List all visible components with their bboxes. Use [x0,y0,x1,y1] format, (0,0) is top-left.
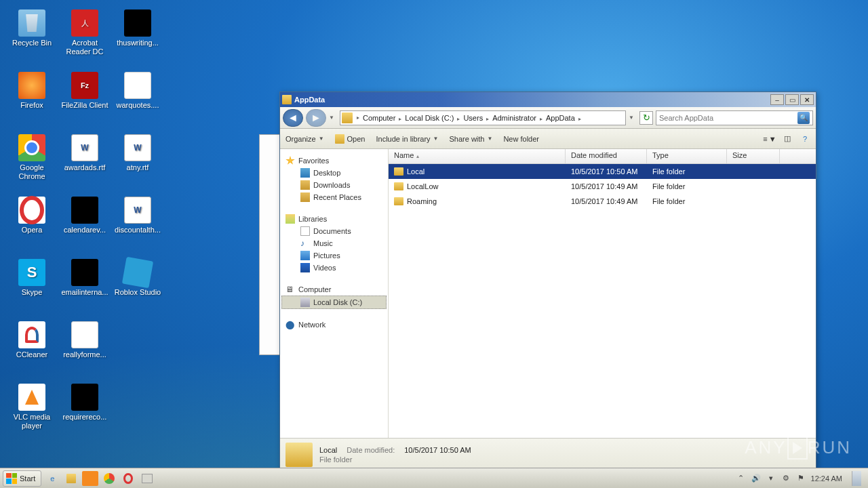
recent-icon [300,192,310,202]
minimize-button[interactable]: – [770,94,784,105]
folder-icon [394,167,403,176]
nav-desktop[interactable]: Desktop [281,167,387,179]
desktop-icon[interactable]: warquotes.... [111,68,164,130]
desktop-icon-label: Google Chrome [5,163,58,181]
breadcrumb-segment[interactable]: Users [461,114,485,122]
column-headers: Name▴ Date modified Type Size [389,149,816,164]
search-icon[interactable]: 🔍 [797,112,810,124]
network-group[interactable]: ⬤Network [281,319,387,331]
desktop-icon[interactable]: calendarev... [58,192,111,255]
computer-icon: 🖥 [285,285,295,294]
desktop-icon[interactable]: FzFileZilla Client [58,68,111,130]
desktop-icon[interactable]: emailinterna... [58,255,111,317]
taskbar-app[interactable] [139,471,155,486]
file-type: File folder [647,167,727,176]
nav-local-disk[interactable]: Local Disk (C:) [281,296,387,309]
show-desktop-button[interactable] [852,471,861,486]
desktop-icon-label: CCleaner [15,350,49,359]
desktop-icon[interactable]: 人Acrobat Reader DC [58,5,111,68]
libraries-group[interactable]: Libraries [281,213,387,225]
desktop-icon-label: warquotes.... [115,101,161,110]
desktop-icon-label: requirereco... [62,413,108,422]
view-menu[interactable]: ≡▼ [764,134,775,144]
share-menu[interactable]: Share with▼ [450,135,493,143]
tray-dropdown[interactable]: ▾ [766,474,776,483]
column-date-modified[interactable]: Date modified [566,149,647,163]
favorites-group[interactable]: Favorites [281,155,387,167]
breadcrumb[interactable]: ▸ Computer▸Local Disk (C:)▸Users▸Adminis… [340,110,626,125]
breadcrumb-segment[interactable]: AppData [544,114,577,122]
include-menu[interactable]: Include in library▼ [376,135,438,143]
breadcrumb-dropdown[interactable]: ▼ [629,115,637,121]
taskbar-chrome[interactable] [101,471,117,486]
desktop-icon-label: reallyforme... [62,350,108,359]
details-name: Local [319,446,337,454]
chevron-right-icon[interactable]: ▸ [355,115,361,121]
desktop-icon[interactable]: Watny.rtf [111,130,164,192]
desktop-icon-label: thuswriting... [115,39,160,47]
nav-pictures[interactable]: Pictures [281,249,387,262]
flag-icon[interactable]: ⚑ [796,474,806,483]
address-bar: ◄ ► ▼ ▸ Computer▸Local Disk (C:)▸Users▸A… [280,107,816,129]
desktop-icon[interactable]: Wawardads.rtf [58,130,111,192]
desktop-icon[interactable]: Wdiscountalth... [111,192,164,255]
file-row[interactable]: Local10/5/2017 10:50 AMFile folder [389,164,816,179]
taskbar-ie[interactable]: e [44,471,60,486]
desktop-icon[interactable]: SSkype [5,255,58,317]
desktop-icon[interactable]: Recycle Bin [5,5,58,68]
titlebar[interactable]: AppData – ▭ ✕ [280,92,816,107]
desktop-icon[interactable]: reallyforme... [58,317,111,380]
start-button[interactable]: Start [3,470,41,487]
back-button[interactable]: ◄ [283,109,303,127]
breadcrumb-segment[interactable]: Administrator [490,114,538,122]
breadcrumb-segment[interactable]: Computer [361,114,397,122]
new-folder-button[interactable]: New folder [503,135,539,143]
taskbar-media[interactable] [82,471,98,486]
nav-documents[interactable]: Documents [281,225,387,237]
file-row[interactable]: Roaming10/5/2017 10:49 AMFile folder [389,194,816,209]
file-type: File folder [647,182,727,190]
file-name: Local [407,167,425,176]
tray-icon[interactable]: ⚙ [781,474,791,483]
close-button[interactable]: ✕ [800,94,814,105]
maximize-button[interactable]: ▭ [785,94,799,105]
breadcrumb-segment[interactable]: Local Disk (C:) [403,114,456,122]
desktop-icon[interactable]: Opera [5,192,58,255]
chevron-right-icon[interactable]: ▸ [485,116,490,122]
nav-recent-places[interactable]: Recent Places [281,191,387,203]
help-button[interactable]: ? [800,134,810,144]
search-box[interactable]: 🔍 [656,110,813,125]
desktop-icon[interactable]: VLC media player [5,380,58,442]
volume-icon[interactable]: 🔊 [751,474,761,483]
nav-history-dropdown[interactable]: ▼ [329,115,337,121]
file-row[interactable]: LocalLow10/5/2017 10:49 AMFile folder [389,179,816,194]
column-size[interactable]: Size [727,149,780,163]
desktop-icon[interactable]: requirereco... [58,380,111,442]
preview-pane-button[interactable]: ◫ [782,134,793,144]
open-button[interactable]: Open [335,134,366,144]
chevron-right-icon[interactable]: ▸ [538,116,544,122]
clock[interactable]: 12:24 AM [811,474,842,483]
organize-menu[interactable]: Organize▼ [285,135,324,143]
nav-downloads[interactable]: Downloads [281,179,387,191]
taskbar-opera[interactable] [120,471,136,486]
desktop-icon[interactable]: Google Chrome [5,130,58,192]
column-name[interactable]: Name▴ [389,149,566,163]
forward-button[interactable]: ► [306,109,326,127]
desktop-icon[interactable]: thuswriting... [111,5,164,68]
tray-expand-icon[interactable]: ⌃ [736,474,746,483]
navigation-pane: Favorites Desktop Downloads Recent Place… [280,149,389,438]
refresh-button[interactable]: ↻ [639,111,653,125]
nav-videos[interactable]: Videos [281,262,387,274]
black-icon [71,259,98,286]
desktop-icon[interactable]: Roblox Studio [111,255,164,317]
desktop-icon[interactable]: Firefox [5,68,58,130]
taskbar-explorer[interactable] [63,471,79,486]
computer-group[interactable]: 🖥Computer [281,283,387,296]
chrome-icon [18,134,45,161]
search-input[interactable] [659,114,797,122]
chevron-right-icon[interactable]: ▸ [577,116,583,122]
nav-music[interactable]: ♪Music [281,237,387,249]
desktop-icon[interactable]: CCleaner [5,317,58,380]
column-type[interactable]: Type [647,149,727,163]
